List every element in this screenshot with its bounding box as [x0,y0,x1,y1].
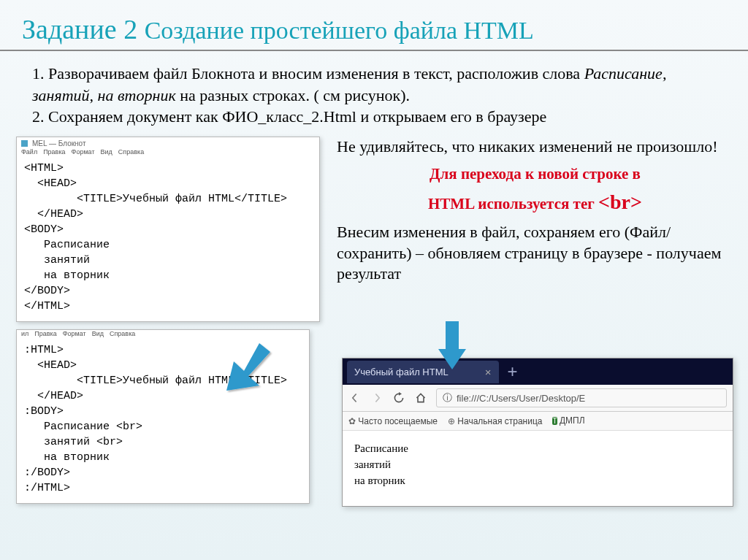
bm-label: ДМПЛ [560,415,585,426]
menu-format: Формат [72,148,95,156]
bookmark-item[interactable]: Т ДМПЛ [552,415,584,426]
bookmarks-bar: ✿ Часто посещаемые ⊕ Начальная страница … [343,412,733,431]
instr-1c: на разных строках. ( см рисунок). [176,86,410,104]
instructions: 1. Разворачиваем файл Блокнота и вносим … [0,63,716,128]
instr-1a: 1. Разворачиваем файл Блокнота и вносим … [32,64,584,83]
home-icon[interactable] [414,391,427,404]
menu-help: Справка [118,148,144,156]
bm-label: Часто посещаемые [358,416,438,426]
menu2-help: Справка [110,330,135,337]
new-tab-button[interactable]: + [499,363,527,380]
page-line: Расписание [354,441,721,457]
browser-tabbar: Учебный файл HTML × + [343,358,733,385]
browser-content: Расписание занятий на вторник [343,431,733,506]
title-main: Задание 2 [22,14,145,45]
red-line-2a: HTML используется тег [428,195,598,212]
instr-2: 2. Сохраняем документ как ФИО_класс_2.Ht… [32,107,546,126]
notepad2-text: :HTML> <HEAD> <TITLE>Учебный файл HTML</… [17,340,309,503]
menu-view: Вид [101,148,112,156]
notepad-2: ил Правка Формат Вид Справка :HTML> <HEA… [16,329,310,504]
bm-label: Начальная страница [457,416,542,426]
info-icon: ⓘ [443,391,452,404]
menu2-edit: Правка [34,330,56,337]
tab-title: Учебный файл HTML [354,367,449,377]
back-icon[interactable] [348,391,362,404]
red-hint: Для перехода к новой строке в HTML испол… [337,158,733,222]
title-sub: Создание простейшего файла HTML [145,17,534,44]
notepad-1: MEL — Блокнот Файл Правка Формат Вид Спр… [16,137,320,322]
notepad-titlebar: MEL — Блокнот [17,137,319,148]
bookmark-item[interactable]: ✿ Часто посещаемые [348,416,438,426]
right-paragraph-2: Внесим изменения в файл, сохраняем его (… [337,222,733,285]
page-line: на вторник [354,473,721,489]
menu-edit: Правка [43,148,65,156]
right-paragraph-1: Не удивляйтесь, что никаких изменений не… [337,137,733,158]
menu2-view: Вид [92,330,104,337]
menu2-format: Формат [63,330,86,337]
red-br-tag: <br> [598,191,642,213]
url-bar[interactable]: ⓘ file:///C:/Users/User/Desktop/E [436,388,727,407]
bookmark-item[interactable]: ⊕ Начальная страница [448,416,542,426]
notepad-text: <HTML> <HEAD> <TITLE>Учебный файл HTML</… [17,158,319,321]
notepad-menu: Файл Правка Формат Вид Справка [17,148,319,158]
reload-icon[interactable] [392,391,405,404]
menu2-file: ил [21,330,28,337]
browser-toolbar: ⓘ file:///C:/Users/User/Desktop/E [343,385,733,412]
close-icon[interactable]: × [485,366,492,378]
page-line: занятий [354,457,721,473]
red-line-1: Для перехода к новой строке в [430,165,641,183]
browser-window: Учебный файл HTML × + ⓘ file:///C:/Users… [342,358,733,507]
notepad-title: MEL — Блокнот [32,139,86,147]
url-text: file:///C:/Users/User/Desktop/E [457,393,585,404]
menu-file: Файл [21,148,37,156]
forward-icon[interactable] [370,391,383,404]
browser-tab[interactable]: Учебный файл HTML × [347,361,499,383]
slide-title: Задание 2 Создание простейшего файла HTM… [0,0,748,51]
notepad2-menu: ил Правка Формат Вид Справка [17,330,309,340]
